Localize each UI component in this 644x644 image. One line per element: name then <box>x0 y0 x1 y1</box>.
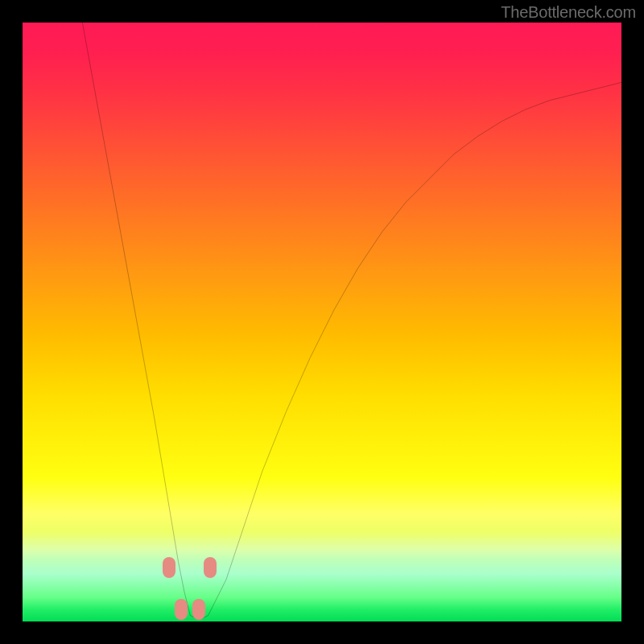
plot-area <box>23 23 621 621</box>
curve-marker <box>175 599 188 620</box>
curve-marker <box>192 599 205 620</box>
chart-container: TheBottleneck.com <box>0 0 644 644</box>
curve-marker <box>204 557 217 578</box>
bottleneck-curve <box>23 23 621 621</box>
curve-path <box>82 23 621 618</box>
watermark-text: TheBottleneck.com <box>501 3 636 22</box>
curve-marker <box>163 557 175 578</box>
